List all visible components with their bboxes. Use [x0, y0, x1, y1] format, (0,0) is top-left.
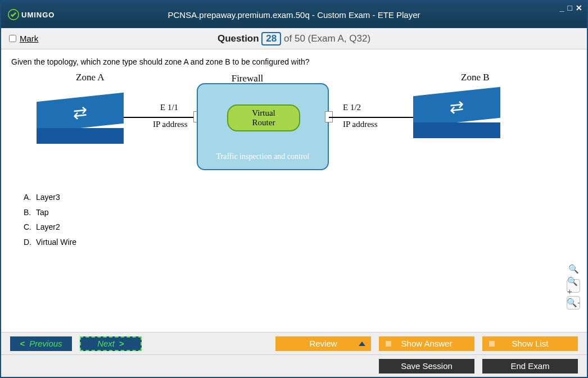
ip-2-label: IP address: [343, 120, 378, 129]
show-list-button[interactable]: Show List: [482, 336, 578, 351]
interface-1-label: E 1/1: [160, 103, 178, 112]
question-text: Given the topology, which zone type shou…: [11, 57, 577, 66]
interface-2-label: E 1/2: [343, 103, 361, 112]
wire-left: [124, 117, 197, 118]
answer-option[interactable]: C.Layer2: [24, 220, 577, 235]
zoom-in-icon[interactable]: 🔍+: [567, 279, 580, 293]
zone-a-label: Zone A: [76, 72, 105, 83]
question-content: Given the topology, which zone type shou…: [1, 49, 587, 316]
mark-checkbox[interactable]: [9, 35, 16, 42]
minimize-icon[interactable]: _: [560, 3, 564, 12]
square-icon: [489, 341, 495, 347]
review-button[interactable]: Review: [275, 336, 371, 351]
question-indicator: Question 28 of 50 (Exam A, Q32): [218, 32, 370, 45]
save-session-button[interactable]: Save Session: [379, 359, 474, 374]
app-logo: UMINGO: [8, 9, 55, 20]
topology-diagram: Zone A Zone B Firewall ⇄ E 1/1 IP addres…: [11, 72, 540, 184]
switch-b: ⇄: [413, 92, 500, 136]
mark-label[interactable]: Mark: [20, 34, 38, 43]
answer-option[interactable]: A.Layer3: [24, 190, 577, 205]
maximize-icon[interactable]: □: [568, 3, 572, 12]
ip-1-label: IP address: [153, 120, 188, 129]
zone-b-label: Zone B: [461, 72, 490, 83]
answer-option[interactable]: D.Virtual Wire: [24, 235, 577, 250]
wire-right: [329, 117, 413, 118]
chevron-up-icon: [359, 341, 365, 346]
close-icon[interactable]: ✕: [576, 3, 582, 12]
firewall-label: Firewall: [232, 73, 264, 84]
window-title: PCNSA.prepaway.premium.exam.50q - Custom…: [168, 10, 420, 20]
end-exam-button[interactable]: End Exam: [482, 359, 578, 374]
previous-button[interactable]: <Previous: [10, 336, 72, 351]
title-bar: UMINGO PCNSA.prepaway.premium.exam.50q -…: [1, 1, 587, 28]
question-number: 28: [261, 32, 281, 45]
firewall-box: Virtual Router Traffic inspection and co…: [197, 83, 329, 170]
search-icon[interactable]: 🔍: [567, 262, 580, 276]
switch-a: ⇄: [37, 97, 124, 142]
answer-option[interactable]: B.Tap: [24, 205, 577, 220]
brand-text: UMINGO: [21, 11, 55, 19]
zoom-out-icon[interactable]: 🔍-: [567, 296, 580, 309]
next-button[interactable]: Next>: [80, 336, 142, 351]
answer-list: A.Layer3 B.Tap C.Layer2 D.Virtual Wire: [24, 190, 577, 249]
traffic-text: Traffic inspection and control: [216, 152, 309, 161]
arrows-icon: ⇄: [73, 102, 87, 124]
question-bar: Mark Question 28 of 50 (Exam A, Q32): [1, 28, 587, 49]
show-answer-button[interactable]: Show Answer: [379, 336, 474, 351]
virtual-router: Virtual Router: [227, 104, 300, 131]
square-icon: [386, 341, 391, 347]
check-icon: [8, 9, 19, 20]
arrows-icon: ⇄: [450, 97, 464, 118]
